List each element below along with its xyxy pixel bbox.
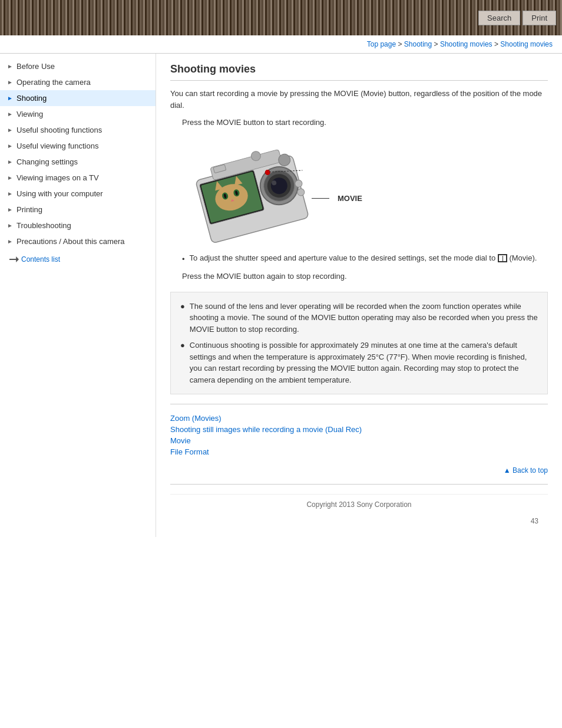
sidebar-label-operating: Operating the camera: [16, 78, 91, 87]
note-item-1: ● The sound of the lens and lever operat…: [180, 301, 538, 335]
bullet-text-1: To adjust the shutter speed and aperture…: [190, 252, 537, 265]
sidebar-label-changing: Changing settings: [16, 157, 78, 166]
arrow-icon-using-computer: ►: [7, 190, 13, 197]
sidebar-label-printing: Printing: [16, 205, 42, 214]
bullet-dot-1: •: [182, 253, 185, 265]
print-button[interactable]: Print: [523, 11, 556, 25]
related-link-dual-rec[interactable]: Shooting still images while recording a …: [170, 425, 548, 434]
sidebar-label-viewing-tv: Viewing images on a TV: [16, 173, 99, 182]
arrow-icon-useful-viewing: ►: [7, 143, 13, 149]
note-box: ● The sound of the lens and lever operat…: [170, 292, 548, 395]
sidebar-item-using-computer[interactable]: ► Using with your computer: [0, 186, 156, 202]
related-link-movie[interactable]: Movie: [170, 436, 548, 445]
sidebar: ► Before Use ► Operating the camera ► Sh…: [0, 54, 156, 537]
sidebar-item-viewing-tv[interactable]: ► Viewing images on a TV: [0, 170, 156, 186]
breadcrumb-top[interactable]: Top page: [367, 40, 396, 48]
stop-instruction: Press the MOVIE button again to stop rec…: [182, 271, 548, 282]
sidebar-label-using-computer: Using with your computer: [16, 189, 103, 198]
arrow-icon-viewing-tv: ►: [7, 174, 13, 181]
sidebar-item-printing[interactable]: ► Printing: [0, 202, 156, 218]
arrow-icon-shooting: ►: [7, 95, 13, 101]
sub-instruction: Press the MOVIE button to start recordin…: [182, 117, 548, 129]
sidebar-item-troubleshooting[interactable]: ► Troubleshooting: [0, 218, 156, 233]
bullet-section-1: • To adjust the shutter speed and apertu…: [182, 252, 548, 265]
note-text-2: Continuous shooting is possible for appr…: [190, 340, 538, 386]
breadcrumb-shooting[interactable]: Shooting: [404, 40, 432, 48]
copyright: Copyright 2013 Sony Corporation: [170, 494, 548, 515]
arrow-icon-useful-shooting: ►: [7, 127, 13, 133]
sidebar-label-useful-shooting: Useful shooting functions: [16, 126, 102, 134]
note-bullet-2: ●: [180, 340, 185, 386]
breadcrumb: Top page > Shooting > Shooting movies > …: [0, 35, 562, 53]
breadcrumb-shooting-movies[interactable]: Shooting movies: [440, 40, 492, 48]
sidebar-item-viewing[interactable]: ► Viewing: [0, 106, 156, 122]
related-link-zoom[interactable]: Zoom (Movies): [170, 414, 548, 423]
sidebar-label-shooting: Shooting: [16, 94, 47, 103]
copyright-text: Copyright 2013 Sony Corporation: [306, 500, 411, 509]
main-content: Shooting movies You can start recording …: [156, 54, 562, 537]
sidebar-item-changing-settings[interactable]: ► Changing settings: [0, 154, 156, 170]
sidebar-label-useful-viewing: Useful viewing functions: [16, 141, 98, 150]
separator: [170, 404, 548, 404]
arrow-icon-changing: ►: [7, 159, 13, 165]
breadcrumb-current[interactable]: Shooting movies: [500, 40, 553, 48]
contents-list-arrow-icon: [9, 256, 19, 262]
page-number: 43: [170, 515, 548, 528]
header: Search Print: [0, 0, 562, 35]
sidebar-item-operating-camera[interactable]: ► Operating the camera: [0, 74, 156, 90]
sidebar-label-troubleshooting: Troubleshooting: [16, 221, 71, 230]
page-title: Shooting movies: [170, 63, 548, 81]
arrow-icon-troubleshooting: ►: [7, 222, 13, 229]
contents-list-label: Contents list: [21, 255, 60, 263]
contents-list-link[interactable]: Contents list: [0, 249, 156, 269]
sidebar-label-precautions: Precautions / About this camera: [16, 237, 125, 246]
sidebar-label-viewing: Viewing: [16, 110, 43, 118]
sidebar-item-useful-viewing[interactable]: ► Useful viewing functions: [0, 138, 156, 154]
sidebar-item-precautions[interactable]: ► Precautions / About this camera: [0, 233, 156, 249]
arrow-icon-printing: ►: [7, 206, 13, 213]
related-links: Zoom (Movies) Shooting still images whil…: [170, 414, 548, 456]
layout: ► Before Use ► Operating the camera ► Sh…: [0, 53, 562, 537]
note-text-1: The sound of the lens and lever operatin…: [190, 301, 538, 335]
back-to-top-link[interactable]: ▲ Back to top: [504, 466, 548, 475]
arrow-icon-before-use: ►: [7, 63, 13, 70]
bullet-item-1: • To adjust the shutter speed and apertu…: [182, 252, 548, 265]
sidebar-item-before-use[interactable]: ► Before Use: [0, 58, 156, 74]
related-link-file-format[interactable]: File Format: [170, 447, 548, 456]
arrow-icon-viewing: ►: [7, 111, 13, 117]
sidebar-item-useful-shooting[interactable]: ► Useful shooting functions: [0, 122, 156, 138]
header-buttons: Search Print: [478, 11, 556, 25]
movie-label: MOVIE: [338, 194, 362, 203]
intro-text: You can start recording a movie by press…: [170, 88, 548, 111]
note-bullet-1: ●: [180, 301, 185, 335]
note-item-2: ● Continuous shooting is possible for ap…: [180, 340, 538, 386]
arrow-icon-operating: ►: [7, 79, 13, 85]
arrow-icon-precautions: ►: [7, 238, 13, 245]
camera-svg: [182, 137, 323, 243]
footer-separator: [170, 484, 548, 485]
sidebar-item-shooting[interactable]: ► Shooting: [0, 90, 156, 106]
search-button[interactable]: Search: [478, 11, 520, 25]
sidebar-label-before-use: Before Use: [16, 62, 55, 71]
camera-illustration-area: MOVIE: [182, 137, 548, 243]
back-to-top: ▲ Back to top: [170, 466, 548, 475]
